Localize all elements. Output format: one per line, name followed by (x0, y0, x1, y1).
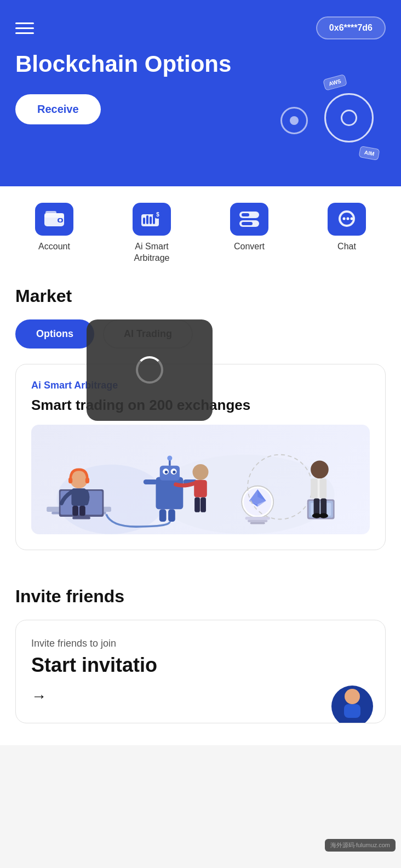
svg-rect-31 (71, 488, 86, 506)
svg-rect-33 (79, 506, 85, 516)
market-section-title: Market (15, 286, 386, 306)
invite-subtitle: Invite friends to join (31, 638, 370, 649)
svg-rect-7 (146, 215, 148, 224)
svg-rect-42 (144, 479, 157, 484)
svg-rect-4 (45, 211, 56, 214)
svg-rect-27 (72, 517, 90, 519)
svg-rect-73 (344, 704, 360, 718)
ai-smart-label: Ai SmartArbitrage (134, 241, 170, 264)
svg-rect-58 (250, 522, 265, 524)
ai-smart-icon-bg: $ (133, 203, 171, 236)
quick-actions: Account $ Ai SmartArbitrage (0, 186, 401, 270)
svg-rect-62 (311, 478, 318, 498)
invite-arrow-button[interactable]: → (31, 688, 47, 705)
chat-label: Chat (337, 241, 356, 253)
svg-rect-68 (320, 498, 326, 516)
svg-point-39 (173, 470, 175, 473)
receive-button[interactable]: Receive (15, 94, 101, 124)
svg-rect-44 (159, 509, 167, 522)
card-illustration (31, 425, 370, 534)
svg-rect-6 (143, 218, 145, 224)
main-content: Market Options AI Trading Ai Smart Arbit… (0, 270, 401, 586)
hamburger-icon[interactable] (15, 22, 34, 34)
graphic-small-circle (280, 107, 308, 134)
action-chat[interactable]: Chat (298, 203, 396, 264)
invite-card: Invite friends to join Start invitatio → (15, 620, 386, 723)
header-top: 0x6****7d6 (15, 16, 386, 39)
invite-avatar-svg (330, 679, 374, 723)
svg-point-72 (345, 689, 360, 704)
svg-rect-67 (314, 498, 320, 516)
svg-rect-30 (85, 477, 89, 483)
svg-point-60 (311, 460, 329, 478)
svg-rect-8 (150, 216, 152, 224)
invite-title: Start invitatio (31, 654, 370, 677)
svg-point-70 (319, 513, 328, 518)
tabs-section: Options AI Trading (15, 319, 386, 349)
account-icon-bg (35, 203, 73, 236)
illustration-svg (37, 425, 364, 534)
header-graphic: AWS AIM (275, 77, 385, 164)
action-account[interactable]: Account (5, 203, 103, 264)
convert-icon (239, 210, 260, 228)
svg-rect-45 (168, 509, 175, 522)
tab-options[interactable]: Options (15, 319, 94, 349)
convert-label: Convert (234, 241, 265, 253)
graphic-main-circle (324, 93, 374, 142)
loading-popup (87, 319, 213, 421)
svg-point-46 (193, 464, 209, 480)
wallet-icon (44, 211, 64, 227)
wallet-address-button[interactable]: 0x6****7d6 (316, 16, 386, 39)
action-convert[interactable]: Convert (200, 203, 298, 264)
invite-section-title: Invite friends (15, 586, 386, 607)
svg-rect-63 (319, 478, 326, 498)
svg-point-3 (59, 219, 62, 222)
svg-rect-34 (156, 477, 183, 509)
convert-icon-bg (230, 203, 268, 236)
svg-point-41 (167, 455, 172, 460)
svg-point-38 (165, 470, 168, 473)
account-label: Account (38, 241, 70, 253)
svg-rect-35 (160, 465, 180, 480)
page-title: Blockchain Options (15, 50, 386, 78)
action-ai-smart-arbitrage[interactable]: $ Ai SmartArbitrage (103, 203, 200, 264)
watermark: 海外源码·fulumuz.com (325, 839, 396, 852)
svg-rect-13 (242, 213, 249, 216)
svg-rect-29 (68, 477, 72, 483)
loading-spinner (136, 356, 163, 384)
svg-rect-32 (72, 506, 78, 516)
svg-rect-57 (248, 519, 267, 522)
svg-text:$: $ (156, 212, 159, 218)
chat-icon (337, 210, 357, 229)
svg-rect-56 (245, 517, 270, 519)
svg-rect-15 (242, 222, 253, 225)
svg-rect-49 (200, 497, 206, 512)
svg-point-19 (347, 218, 350, 220)
invite-avatar (330, 679, 374, 723)
chat-icon-bg (328, 203, 366, 236)
svg-rect-48 (194, 497, 200, 512)
svg-point-18 (343, 218, 346, 220)
header: 0x6****7d6 Blockchain Options Receive AW… (0, 0, 401, 186)
invite-section: Invite friends Invite friends to join St… (0, 586, 401, 745)
aim-tag: AIM (358, 146, 380, 161)
svg-rect-47 (194, 479, 207, 497)
svg-point-20 (351, 218, 353, 220)
aws-tag: AWS (323, 74, 347, 91)
ai-smart-icon: $ (141, 210, 162, 229)
